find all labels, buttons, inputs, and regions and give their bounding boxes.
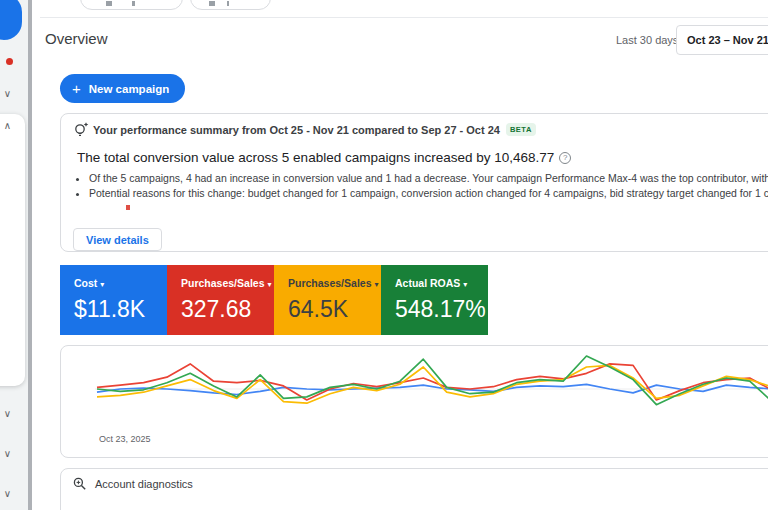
divider-icon bbox=[227, 1, 229, 6]
left-nav-rail: ∨ ∧ ∨ ∨ ∨ bbox=[0, 0, 28, 510]
toolbar-chip[interactable] bbox=[190, 0, 271, 10]
summary-title: Your performance summary from Oct 25 - N… bbox=[93, 124, 500, 136]
summary-bullet-list: Of the 5 campaigns, 4 had an increase in… bbox=[75, 171, 768, 201]
scorecard-cost[interactable]: Cost▾ $11.8K bbox=[60, 265, 167, 335]
nav-flyout-panel bbox=[0, 114, 25, 386]
summary-bullet: Of the 5 campaigns, 4 had an increase in… bbox=[89, 171, 768, 186]
metric-value: 548.17% bbox=[395, 296, 488, 323]
chevron-down-icon[interactable]: ∨ bbox=[0, 88, 15, 100]
page-title: Overview bbox=[45, 30, 108, 47]
caret-down-icon[interactable]: ▾ bbox=[267, 280, 271, 289]
summary-bullet: Potential reasons for this change: budge… bbox=[89, 186, 768, 201]
broken-image-icon bbox=[126, 205, 130, 210]
nav-scrollbar[interactable] bbox=[28, 0, 32, 510]
chevron-down-icon[interactable]: ∨ bbox=[0, 408, 15, 420]
view-details-button[interactable]: View details bbox=[73, 228, 162, 251]
selected-nav-pill[interactable] bbox=[0, 0, 22, 40]
date-range-picker[interactable]: Oct 23 – Nov 21, 2025 bbox=[676, 25, 768, 55]
performance-chart-card: Oct 23, 2025 bbox=[60, 345, 768, 458]
google-ads-overview-page: ∨ ∧ ∨ ∨ ∨ Overview Last 30 days Oct 23 –… bbox=[0, 0, 768, 510]
new-campaign-label: New campaign bbox=[89, 83, 170, 95]
diagnostics-label: Account diagnostics bbox=[95, 478, 193, 490]
metric-label: Cost bbox=[74, 277, 97, 289]
diagnostics-magnifier-icon bbox=[73, 477, 87, 491]
scorecard-actual-roas[interactable]: Actual ROAS▾ 548.17% bbox=[381, 265, 488, 335]
notification-dot bbox=[6, 58, 13, 65]
help-icon[interactable]: ? bbox=[559, 152, 571, 164]
chevron-up-icon[interactable]: ∧ bbox=[0, 120, 15, 132]
insight-lightbulb-icon bbox=[72, 121, 90, 139]
scorecard-purchases-sales-2[interactable]: Purchases/Sales▾ 64.5K bbox=[274, 265, 381, 335]
scorecard-purchases-sales[interactable]: Purchases/Sales▾ 327.68 bbox=[167, 265, 274, 335]
performance-chart[interactable] bbox=[95, 350, 768, 442]
account-diagnostics-card[interactable]: Account diagnostics bbox=[60, 468, 768, 510]
more-icon bbox=[132, 1, 135, 6]
metric-value: 64.5K bbox=[288, 296, 381, 323]
toolbar-chip[interactable] bbox=[80, 0, 183, 10]
table-icon bbox=[209, 1, 215, 6]
x-axis-tick-label: Oct 23, 2025 bbox=[99, 434, 151, 444]
performance-summary-card: Your performance summary from Oct 25 - N… bbox=[60, 113, 768, 252]
metric-label: Purchases/Sales bbox=[288, 277, 371, 289]
metric-scorecards: Cost▾ $11.8K Purchases/Sales▾ 327.68 Pur… bbox=[60, 265, 488, 335]
grid-icon bbox=[106, 1, 112, 6]
metric-label: Actual ROAS bbox=[395, 277, 460, 289]
caret-down-icon[interactable]: ▾ bbox=[100, 280, 104, 289]
date-preset-label[interactable]: Last 30 days bbox=[616, 34, 678, 46]
summary-headline: The total conversion value across 5 enab… bbox=[77, 150, 554, 165]
new-campaign-button[interactable]: + New campaign bbox=[60, 74, 185, 103]
metric-label: Purchases/Sales bbox=[181, 277, 264, 289]
plus-icon: + bbox=[72, 81, 81, 96]
metric-value: $11.8K bbox=[74, 296, 167, 323]
chevron-down-icon[interactable]: ∨ bbox=[0, 448, 15, 460]
chevron-down-icon[interactable]: ∨ bbox=[0, 488, 15, 500]
caret-down-icon[interactable]: ▾ bbox=[374, 280, 378, 289]
header-divider bbox=[40, 17, 768, 18]
beta-badge: BETA bbox=[506, 123, 536, 136]
caret-down-icon[interactable]: ▾ bbox=[463, 280, 467, 289]
metric-value: 327.68 bbox=[181, 296, 274, 323]
